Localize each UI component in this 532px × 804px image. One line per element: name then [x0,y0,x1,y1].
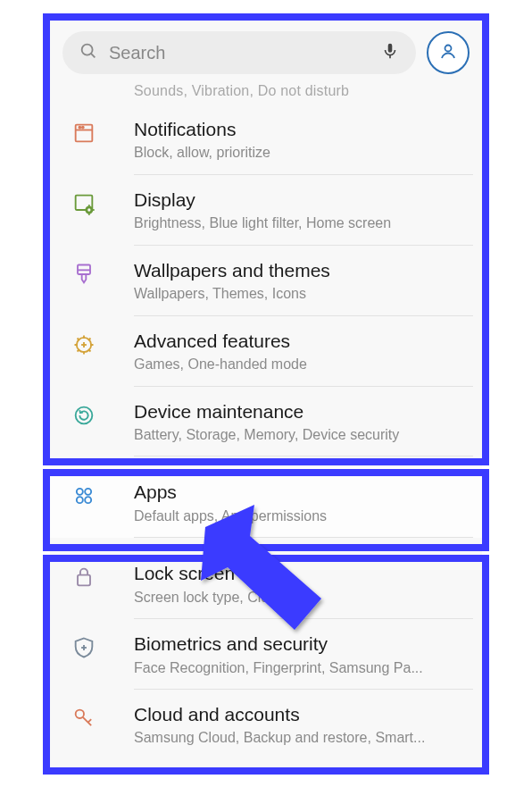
annotation-frame-apps [43,469,489,551]
annotation-frame [43,13,489,465]
annotation-frame [43,555,489,775]
